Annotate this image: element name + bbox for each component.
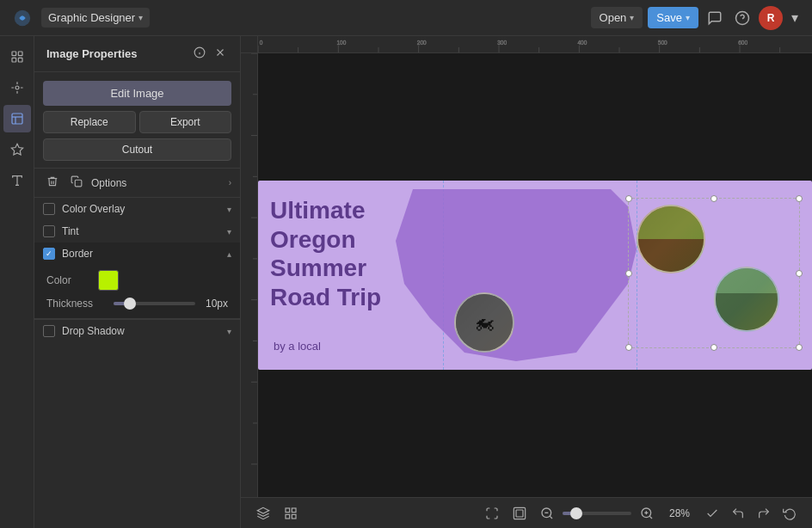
zoom-out-button[interactable] (535, 503, 559, 524)
panel-info-button[interactable] (192, 45, 207, 63)
svg-line-63 (649, 516, 652, 519)
export-button[interactable]: Export (139, 111, 232, 133)
border-color-row: Color (43, 270, 231, 291)
ruler-corner (241, 36, 258, 53)
elements-tool-button[interactable] (3, 74, 31, 101)
border-thickness-slider[interactable] (114, 302, 195, 305)
svg-text:100: 100 (336, 40, 346, 46)
cutout-button[interactable]: Cutout (43, 138, 231, 161)
bottom-bar: 28% (241, 497, 812, 528)
grid-button[interactable] (279, 503, 303, 524)
border-section: Color Thickness 10px (34, 265, 240, 319)
text-tool-button[interactable] (3, 167, 31, 194)
panel-title: Image Properties (46, 47, 192, 60)
undo-button[interactable] (726, 503, 750, 524)
duplicate-button[interactable] (67, 174, 86, 192)
handle-mr[interactable] (796, 270, 803, 277)
border-thickness-value: 10px (202, 298, 228, 310)
handle-tr[interactable] (796, 195, 803, 202)
svg-rect-58 (516, 510, 523, 517)
handle-bm[interactable] (710, 344, 717, 351)
topbar-actions: Open ▾ Save ▾ R ▾ (591, 6, 802, 30)
drop-shadow-checkbox[interactable] (43, 325, 55, 337)
svg-rect-17 (75, 180, 82, 187)
frame-button[interactable] (508, 503, 532, 524)
border-color-swatch[interactable] (98, 270, 119, 291)
canvas-text-oregon: Oregon (270, 225, 381, 255)
border-color-label: Color (46, 274, 98, 286)
open-chevron-icon: ▾ (630, 13, 634, 22)
panel-close-button[interactable] (212, 45, 228, 63)
svg-rect-6 (18, 58, 22, 62)
color-overlay-checkbox[interactable] (43, 203, 55, 215)
tint-chevron-icon: ▾ (227, 227, 231, 236)
svg-text:200: 200 (417, 40, 427, 46)
history-button[interactable] (778, 503, 802, 524)
svg-text:500: 500 (658, 40, 667, 46)
border-row[interactable]: Border ▴ (34, 243, 240, 265)
handle-tm[interactable] (710, 195, 717, 202)
border-thickness-label: Thickness (46, 298, 107, 310)
open-button[interactable]: Open ▾ (591, 7, 643, 28)
options-row: Options › (34, 168, 240, 198)
app-logo (10, 6, 34, 30)
svg-text:0: 0 (260, 40, 263, 46)
circle-image-motorcycle[interactable]: 🏍 (454, 292, 514, 353)
border-checkbox[interactable] (43, 248, 55, 260)
save-state-button[interactable] (700, 503, 724, 524)
canvas-content: Ultimate Oregon Summer Road Trip by a lo… (258, 53, 812, 497)
zoom-controls: 28% (535, 503, 697, 524)
svg-marker-11 (11, 144, 22, 155)
save-chevron-icon: ▾ (686, 13, 690, 22)
border-thickness-row: Thickness 10px (43, 298, 231, 310)
delete-button[interactable] (43, 174, 62, 192)
color-overlay-row[interactable]: Color Overlay ▾ (34, 198, 240, 220)
zoom-slider[interactable] (563, 512, 631, 515)
drop-shadow-label: Drop Shadow (62, 325, 227, 337)
panel-header-icons (192, 45, 228, 63)
app-name-label: Graphic Designer (48, 11, 135, 24)
help-button[interactable] (731, 7, 754, 29)
bottom-right-actions (700, 503, 802, 524)
design-canvas: Ultimate Oregon Summer Road Trip by a lo… (258, 181, 812, 370)
options-button[interactable]: Options › (91, 177, 231, 189)
comment-button[interactable] (704, 7, 726, 29)
topbar-expand-button[interactable]: ▾ (788, 6, 802, 29)
svg-text:300: 300 (497, 40, 507, 46)
redo-button[interactable] (752, 503, 776, 524)
canvas-byline: by a local (274, 340, 321, 353)
ruler-vertical (241, 53, 258, 497)
topbar-expand-icon: ▾ (791, 9, 798, 26)
fit-button[interactable] (480, 503, 504, 524)
zoom-in-button[interactable] (635, 503, 659, 524)
layout-tool-button[interactable] (3, 105, 31, 132)
border-chevron-icon: ▴ (227, 249, 231, 259)
panel-header: Image Properties (34, 36, 240, 72)
tint-row[interactable]: Tint ▾ (34, 220, 240, 243)
circle-image-landscape[interactable] (714, 267, 779, 332)
canvas-text-summer: Summer (270, 254, 381, 283)
pages-tool-button[interactable] (3, 43, 31, 71)
svg-rect-54 (292, 508, 296, 513)
avatar[interactable]: R (759, 6, 783, 30)
main-content: Image Properties Edit Imag (0, 36, 812, 528)
canvas-text-block: Ultimate Oregon Summer Road Trip (270, 196, 381, 311)
drop-shadow-row[interactable]: Drop Shadow ▾ (34, 319, 240, 342)
components-tool-button[interactable] (3, 136, 31, 163)
svg-rect-53 (286, 508, 290, 513)
app-name-button[interactable]: Graphic Designer ▾ (41, 8, 150, 28)
svg-rect-8 (12, 114, 22, 124)
edit-image-button[interactable]: Edit Image (43, 81, 231, 106)
svg-text:600: 600 (738, 40, 747, 46)
svg-rect-57 (514, 507, 525, 519)
handle-br[interactable] (796, 344, 803, 351)
replace-button[interactable]: Replace (43, 111, 136, 133)
save-button[interactable]: Save ▾ (648, 7, 698, 28)
canvas-text-ultimate: Ultimate (270, 196, 381, 225)
layers-button[interactable] (251, 503, 275, 524)
tint-checkbox[interactable] (43, 225, 55, 237)
icon-toolbar (0, 36, 34, 528)
svg-rect-3 (12, 52, 16, 56)
circle-image-vineyard[interactable] (637, 205, 705, 273)
svg-line-60 (550, 516, 552, 519)
